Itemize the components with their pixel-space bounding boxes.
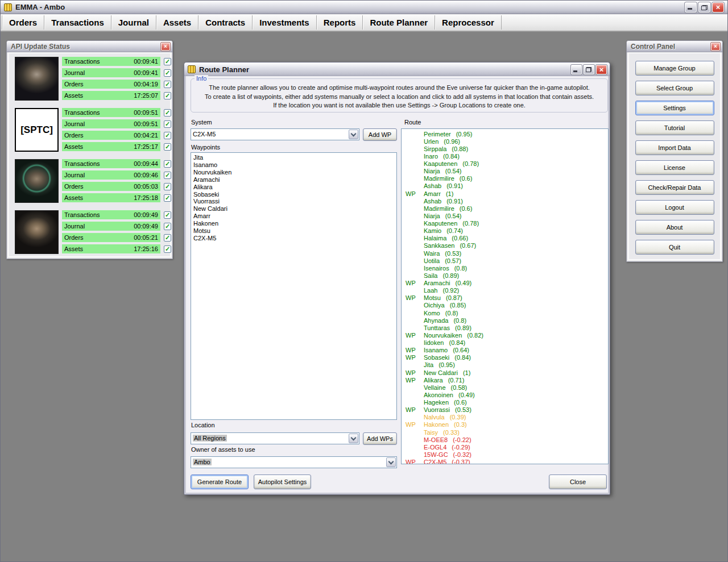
route-entry[interactable]: Kaaputenen(0.78) (402, 160, 608, 168)
dialog-minimize-button[interactable] (571, 65, 582, 74)
route-entry[interactable]: Tunttaras(0.89) (402, 324, 608, 331)
waypoint-item[interactable]: New Caldari (191, 205, 396, 213)
menu-item-investments[interactable]: Investments (252, 15, 316, 30)
status-checkbox[interactable]: ✓ (164, 120, 171, 128)
menu-item-transactions[interactable]: Transactions (44, 15, 111, 30)
logout-button[interactable]: Logout (635, 200, 714, 215)
route-entry[interactable]: WPC2X-M5(-0.37) (402, 459, 608, 465)
status-checkbox[interactable]: ✓ (164, 160, 171, 168)
menu-item-orders[interactable]: Orders (2, 15, 44, 30)
import-data-button[interactable]: Import Data (635, 140, 714, 155)
route-entry[interactable]: Ahynada(0.8) (402, 317, 608, 324)
status-checkbox[interactable]: ✓ (164, 92, 171, 99)
api-panel-close-button[interactable]: × (161, 43, 170, 51)
select-group-button[interactable]: Select Group (635, 81, 714, 95)
route-entry[interactable]: WPAlikara(0.71) (402, 376, 608, 384)
owner-combobox[interactable]: Ambo (191, 456, 397, 468)
route-entry[interactable]: WPVuorrassi(0.53) (402, 406, 608, 414)
waypoint-item[interactable]: Amarr (191, 213, 396, 220)
status-checkbox[interactable]: ✓ (164, 223, 171, 230)
route-entry[interactable]: Madirmilire(0.6) (402, 205, 608, 212)
waypoint-item[interactable]: C2X-M5 (191, 235, 396, 242)
close-button[interactable]: × (712, 2, 724, 13)
quit-button[interactable]: Quit (635, 240, 714, 255)
minimize-button[interactable] (685, 2, 697, 13)
route-entry[interactable]: Taisy(0.33) (402, 428, 608, 436)
add-wps-button[interactable]: Add WPs (363, 432, 397, 445)
route-entry[interactable]: WPMotsu(0.87) (402, 294, 608, 302)
manage-group-button[interactable]: Manage Group (635, 61, 714, 76)
route-entry[interactable]: Nalvula(0.39) (402, 414, 608, 421)
route-entry[interactable]: Uotila(0.57) (402, 257, 608, 264)
dropdown-arrow-icon[interactable] (386, 457, 396, 467)
status-checkbox[interactable]: ✓ (164, 81, 171, 88)
check-repair-data-button[interactable]: Check/Repair Data (635, 180, 714, 195)
route-entry[interactable]: Niarja(0.54) (402, 212, 608, 219)
waypoint-item[interactable]: Hakonen (191, 220, 396, 227)
route-entry[interactable]: Urlen(0.96) (402, 138, 608, 145)
status-checkbox[interactable]: ✓ (164, 69, 171, 77)
route-entry[interactable]: Madirmilire(0.6) (402, 175, 608, 182)
add-wp-button[interactable]: Add WP (363, 128, 397, 141)
autopilot-settings-button[interactable]: Autopilot Settings (254, 474, 311, 489)
route-entry[interactable]: Akonoinen(0.49) (402, 391, 608, 398)
waypoint-item[interactable]: Aramachi (191, 176, 396, 184)
waypoint-item[interactable]: Motsu (191, 227, 396, 235)
route-entry[interactable]: Kaaputenen(0.78) (402, 220, 608, 227)
route-entry[interactable]: Waira(0.53) (402, 249, 608, 257)
about-button[interactable]: About (635, 220, 714, 235)
control-panel-close-button[interactable]: × (711, 43, 720, 51)
tutorial-button[interactable]: Tutorial (635, 120, 714, 135)
status-checkbox[interactable]: ✓ (164, 132, 171, 139)
route-entry[interactable]: Halaima(0.66) (402, 235, 608, 242)
route-entry[interactable]: Hageken(0.6) (402, 399, 608, 406)
route-entry[interactable]: Niarja(0.54) (402, 168, 608, 175)
route-entry[interactable]: Sirppala(0.88) (402, 145, 608, 152)
route-entry[interactable]: WPSobaseki(0.84) (402, 354, 608, 361)
status-checkbox[interactable]: ✓ (164, 109, 171, 116)
waypoint-item[interactable]: Sobaseki (191, 191, 396, 198)
route-entry[interactable]: Oichiya(0.85) (402, 302, 608, 309)
route-entry[interactable]: WPNourvukaiken(0.82) (402, 331, 608, 339)
status-checkbox[interactable]: ✓ (164, 211, 171, 219)
waypoint-item[interactable]: Alikara (191, 184, 396, 191)
menu-item-reprocessor[interactable]: Reprocessor (435, 15, 502, 30)
route-entry[interactable]: E-OGL4(-0.29) (402, 443, 608, 451)
menu-item-reports[interactable]: Reports (316, 15, 363, 30)
route-entry[interactable]: Inaro(0.84) (402, 152, 608, 160)
route-listbox[interactable]: Perimeter(0.95)Urlen(0.96)Sirppala(0.88)… (401, 128, 609, 464)
status-checkbox[interactable]: ✓ (164, 183, 171, 190)
waypoint-item[interactable]: Vuorrassi (191, 198, 396, 205)
license-button[interactable]: License (635, 160, 714, 175)
route-entry[interactable]: Komo(0.8) (402, 309, 608, 317)
route-entry[interactable]: Vellaine(0.58) (402, 384, 608, 391)
route-entry[interactable]: Perimeter(0.95) (402, 130, 608, 138)
route-entry[interactable]: WPAramachi(0.49) (402, 280, 608, 287)
status-checkbox[interactable]: ✓ (164, 234, 171, 242)
route-entry[interactable]: Kamio(0.74) (402, 227, 608, 235)
waypoint-item[interactable]: Jita (191, 154, 396, 161)
route-entry[interactable]: WPHakonen(0.3) (402, 421, 608, 428)
route-entry[interactable]: Ashab(0.91) (402, 182, 608, 190)
status-checkbox[interactable]: ✓ (164, 58, 171, 65)
route-entry[interactable]: Sankkasen(0.67) (402, 242, 608, 249)
route-entry[interactable]: M-OEE8(-0.22) (402, 436, 608, 443)
dialog-restore-button[interactable] (584, 65, 594, 74)
dropdown-arrow-icon[interactable] (349, 434, 358, 443)
status-checkbox[interactable]: ✓ (164, 194, 171, 202)
dialog-close-button[interactable]: × (596, 65, 607, 74)
route-entry[interactable]: Laah(0.92) (402, 287, 608, 294)
system-combobox[interactable]: C2X-M5 (191, 128, 359, 140)
restore-button[interactable] (698, 2, 710, 13)
waypoint-item[interactable]: Nourvukaiken (191, 169, 396, 176)
route-entry[interactable]: Ashab(0.91) (402, 197, 608, 205)
route-entry[interactable]: WPIsanamo(0.64) (402, 347, 608, 354)
dropdown-arrow-icon[interactable] (349, 130, 358, 139)
menu-item-assets[interactable]: Assets (156, 15, 198, 30)
settings-button[interactable]: Settings (635, 101, 714, 115)
generate-route-button[interactable]: Generate Route (191, 474, 249, 489)
route-entry[interactable]: Iidoken(0.84) (402, 339, 608, 347)
menu-item-journal[interactable]: Journal (111, 15, 156, 30)
status-checkbox[interactable]: ✓ (164, 143, 171, 151)
menu-item-route-planner[interactable]: Route Planner (362, 15, 435, 30)
